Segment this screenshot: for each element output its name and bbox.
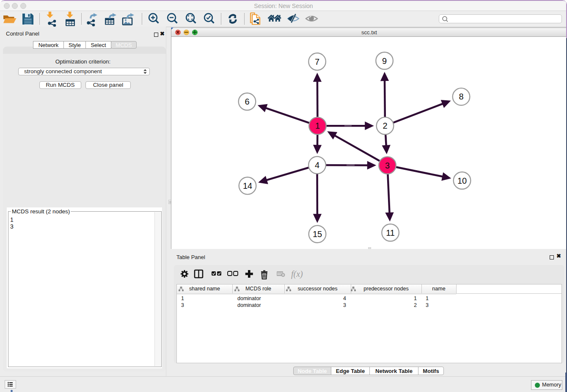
svg-text:6: 6	[245, 97, 249, 106]
svg-text:14: 14	[243, 181, 252, 190]
svg-text:9: 9	[382, 56, 387, 66]
svg-text:f(x): f(x)	[291, 269, 303, 279]
svg-text:2: 2	[383, 121, 387, 130]
svg-text:1: 1	[315, 121, 320, 130]
svg-text:7: 7	[315, 57, 319, 66]
svg-text:4: 4	[315, 160, 319, 170]
svg-text:15: 15	[313, 229, 322, 239]
svg-text:3: 3	[385, 161, 390, 170]
svg-text:10: 10	[457, 176, 467, 185]
svg-text:11: 11	[386, 228, 395, 237]
svg-text:8: 8	[459, 92, 463, 101]
